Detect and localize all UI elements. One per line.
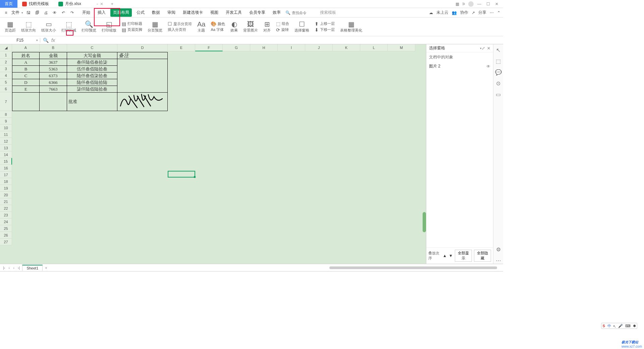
- row-15[interactable]: 15: [0, 158, 12, 165]
- row-9[interactable]: 9: [0, 118, 12, 124]
- cell-c2[interactable]: 叁仟陆佰叁拾柒: [67, 59, 117, 66]
- theme-button[interactable]: Aa主题: [195, 19, 207, 35]
- row-26[interactable]: 26: [0, 232, 12, 239]
- save-icon[interactable]: 🖫: [25, 9, 32, 16]
- hdr-amount[interactable]: 金额: [40, 52, 67, 59]
- align-button[interactable]: ⊞对齐: [261, 19, 273, 35]
- cell-b7[interactable]: [40, 93, 67, 111]
- row-23[interactable]: 23: [0, 212, 12, 218]
- col-G[interactable]: G: [223, 44, 250, 51]
- row-12[interactable]: 12: [0, 138, 12, 145]
- settings-icon[interactable]: ⚙: [496, 246, 501, 253]
- hide-all-button[interactable]: 全部隐藏: [474, 250, 491, 262]
- add-sheet-button[interactable]: +: [44, 266, 48, 270]
- bg-image-button[interactable]: 🖼背景图片: [241, 19, 260, 35]
- save-as-icon[interactable]: 🗐: [34, 9, 41, 16]
- cell-b6[interactable]: 7663: [40, 86, 67, 93]
- orientation-button[interactable]: ⬚纸张方向: [19, 19, 38, 35]
- tab-new[interactable]: 新建选项卡: [180, 8, 206, 17]
- group-button[interactable]: ⬚组合: [276, 21, 289, 27]
- cell-c7[interactable]: 批准: [67, 93, 117, 111]
- row-13[interactable]: 13: [0, 145, 12, 151]
- formula-area[interactable]: 🔍 fx: [40, 38, 503, 43]
- tab-data[interactable]: 数据: [149, 8, 163, 17]
- hdr-cn[interactable]: 大写金额: [67, 52, 117, 59]
- row-4[interactable]: 4: [0, 72, 12, 79]
- row-6[interactable]: 6: [0, 86, 12, 92]
- cell-a7[interactable]: [12, 93, 40, 111]
- row-11[interactable]: 11: [0, 131, 12, 138]
- apps-icon[interactable]: ⚞: [462, 2, 466, 6]
- cell-a5[interactable]: D: [12, 79, 40, 86]
- font-button[interactable]: Aa 字体: [211, 27, 224, 32]
- cell-d7-signature[interactable]: [117, 93, 168, 111]
- hdr-note[interactable]: 备注: [117, 52, 168, 59]
- tab-insert[interactable]: 插入: [95, 8, 108, 17]
- tab-formula[interactable]: 公式: [134, 8, 147, 17]
- tab-review[interactable]: 审阅: [165, 8, 178, 17]
- document-tab[interactable]: 月份.xlsx ▫ ✕: [54, 0, 108, 8]
- row-27[interactable]: 27: [0, 239, 12, 245]
- row-17[interactable]: 17: [0, 171, 12, 178]
- row-22[interactable]: 22: [0, 205, 12, 212]
- cell-a6[interactable]: E: [12, 86, 40, 93]
- cell-b5[interactable]: 6366: [40, 79, 67, 86]
- cell-c4[interactable]: 陆仟叁佰柒拾叁: [67, 72, 117, 79]
- row-19[interactable]: 19: [0, 185, 12, 192]
- spreadsheet[interactable]: ◢ A B C D E F G H I J K L M 1 2 3 4 5 6 …: [0, 44, 426, 264]
- cell-c3[interactable]: 伍仟叁佰陆拾叁: [67, 66, 117, 72]
- col-B[interactable]: B: [40, 44, 67, 51]
- col-H[interactable]: H: [250, 44, 278, 51]
- page-break-preview-button[interactable]: ▦分页预览: [146, 19, 164, 35]
- insert-break-button[interactable]: 插入分页符: [168, 27, 186, 32]
- row-18[interactable]: 18: [0, 178, 12, 185]
- col-M[interactable]: M: [388, 44, 415, 51]
- cell-b3[interactable]: 5363: [40, 66, 67, 72]
- down-layer-button[interactable]: ⬇下移一层: [315, 27, 335, 33]
- hdr-name[interactable]: 姓名: [12, 52, 40, 59]
- select-all-corner[interactable]: ◢: [0, 44, 12, 51]
- sheet-nav-first[interactable]: |‹: [2, 266, 6, 270]
- selection-item[interactable]: 图片 2 👁: [426, 62, 493, 70]
- file-menu[interactable]: 文件: [11, 10, 19, 15]
- col-I[interactable]: I: [278, 44, 305, 51]
- cloud-icon[interactable]: ☁: [429, 10, 433, 15]
- cell-a3[interactable]: B: [12, 66, 40, 72]
- book-icon[interactable]: ▭: [496, 91, 501, 98]
- minimize-button[interactable]: —: [476, 2, 482, 6]
- col-E[interactable]: E: [168, 44, 195, 51]
- maximize-button[interactable]: ☐: [485, 2, 491, 6]
- print-preview-button[interactable]: 🔍打印预览: [79, 19, 98, 35]
- table-beautify-button[interactable]: ▦表格整理美化: [338, 19, 364, 35]
- col-F[interactable]: F: [195, 44, 223, 51]
- col-C[interactable]: C: [67, 44, 117, 51]
- share-icon[interactable]: ↗: [472, 10, 475, 15]
- sheet-tab-1[interactable]: Sheet1: [22, 265, 43, 271]
- horizontal-scrollbar[interactable]: [50, 266, 501, 269]
- tab-view[interactable]: 视图: [208, 8, 221, 17]
- command-search[interactable]: 🔍 搜索模板: [285, 10, 336, 15]
- more-sidebar-icon[interactable]: ⋯: [496, 257, 501, 264]
- cell-c5[interactable]: 陆仟叁佰陆拾陆: [67, 79, 117, 86]
- more-icon[interactable]: ⋯: [490, 10, 494, 15]
- style-icon[interactable]: ⬚: [496, 58, 501, 64]
- effect-button[interactable]: ◐效果: [228, 19, 240, 35]
- close-tab-icon[interactable]: ✕: [100, 2, 103, 6]
- print-scale-button[interactable]: ◱打印缩放: [100, 19, 118, 35]
- up-layer-button[interactable]: ⬆上移一层: [315, 21, 335, 27]
- row-21[interactable]: 21: [0, 198, 12, 205]
- search-input[interactable]: [292, 11, 319, 15]
- print-area-button[interactable]: ⬚打印区域: [59, 19, 78, 35]
- visibility-icon[interactable]: 👁: [486, 64, 490, 69]
- dropdown-icon[interactable]: ⌃: [497, 10, 500, 15]
- chat-icon[interactable]: 💬: [495, 69, 502, 76]
- sheet-nav-next[interactable]: ›: [12, 266, 15, 270]
- cell-b2[interactable]: 3637: [40, 59, 67, 66]
- tab-dev[interactable]: 开发工具: [223, 8, 245, 17]
- row-20[interactable]: 20: [0, 192, 12, 198]
- name-box[interactable]: F15: [0, 38, 40, 43]
- fill-handle[interactable]: [194, 176, 196, 178]
- cursor-icon[interactable]: ↖: [496, 47, 500, 53]
- col-K[interactable]: K: [333, 44, 360, 51]
- move-up-icon[interactable]: ▲: [443, 253, 447, 258]
